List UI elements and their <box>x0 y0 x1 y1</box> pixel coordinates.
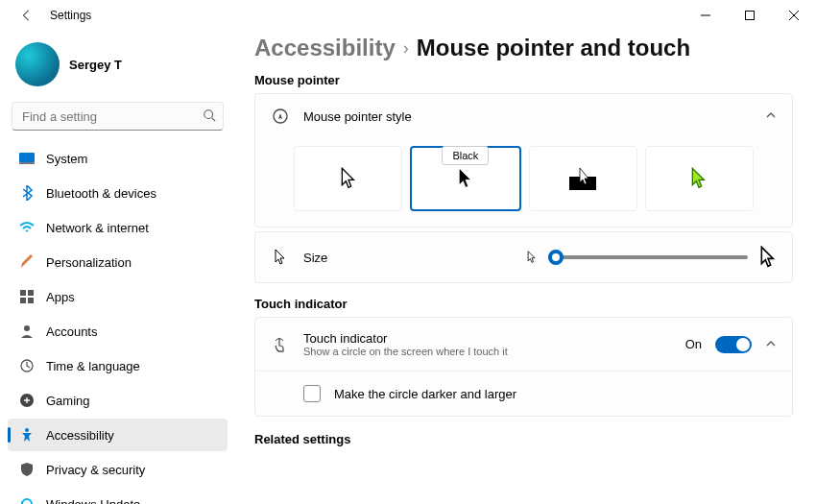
wifi-icon <box>19 220 35 235</box>
section-touch-indicator: Touch indicator <box>254 297 793 311</box>
sidebar: Sergey T System Bluetooth & devices Netw… <box>0 31 235 504</box>
mouse-pointer-style-card: Mouse pointer style Black <box>254 93 793 228</box>
svg-rect-5 <box>28 290 34 296</box>
accounts-icon <box>19 324 35 339</box>
main-content: Accessibility › Mouse pointer and touch … <box>235 31 816 504</box>
sidebar-item-accounts[interactable]: Accounts <box>8 315 228 348</box>
pointer-style-inverted[interactable] <box>529 146 637 211</box>
toggle-state: On <box>685 337 702 351</box>
brush-icon <box>19 254 35 270</box>
section-related: Related settings <box>254 432 793 446</box>
sidebar-item-label: Windows Update <box>46 497 140 505</box>
apps-icon <box>19 289 35 304</box>
pointer-style-options: Black <box>255 138 792 227</box>
chevron-right-icon: › <box>403 38 409 59</box>
pointer-style-icon <box>271 108 290 125</box>
touch-indicator-header[interactable]: Touch indicator Show a circle on the scr… <box>255 318 792 372</box>
sidebar-item-system[interactable]: System <box>8 142 228 175</box>
bluetooth-icon <box>19 185 35 201</box>
window-controls <box>684 0 816 31</box>
window-title: Settings <box>42 9 684 22</box>
gaming-icon <box>19 393 35 408</box>
sidebar-item-network[interactable]: Network & internet <box>8 211 228 244</box>
pointer-size-row: Size <box>255 232 792 282</box>
sidebar-item-accessibility[interactable]: Accessibility <box>8 419 228 451</box>
svg-point-1 <box>204 110 213 119</box>
tooltip: Black <box>442 146 489 165</box>
sidebar-item-label: Accounts <box>46 324 97 339</box>
sidebar-item-label: Gaming <box>46 394 90 408</box>
update-icon <box>19 496 35 504</box>
back-button[interactable] <box>12 9 42 22</box>
username: Sergey T <box>69 58 122 72</box>
pointer-size-card: Size <box>254 231 793 283</box>
sidebar-item-time[interactable]: Time & language <box>8 349 228 382</box>
small-cursor-icon <box>527 251 537 264</box>
clock-icon <box>19 358 35 373</box>
shield-icon <box>19 462 35 477</box>
sidebar-item-gaming[interactable]: Gaming <box>8 384 228 417</box>
size-label: Size <box>303 251 514 265</box>
touch-card-sub: Show a circle on the screen where I touc… <box>303 346 672 357</box>
pointer-size-icon <box>271 249 290 266</box>
svg-point-11 <box>25 428 29 432</box>
search-icon <box>203 108 216 126</box>
sidebar-item-label: System <box>46 152 87 166</box>
svg-rect-0 <box>746 12 755 20</box>
system-icon <box>19 151 35 166</box>
svg-rect-4 <box>20 290 26 296</box>
pointer-style-custom[interactable] <box>645 146 754 211</box>
svg-rect-3 <box>19 162 35 164</box>
user-block[interactable]: Sergey T <box>8 38 228 102</box>
size-slider-block <box>527 246 777 269</box>
svg-rect-2 <box>19 153 35 162</box>
svg-rect-6 <box>20 298 26 303</box>
accessibility-icon <box>19 427 35 443</box>
sidebar-item-label: Bluetooth & devices <box>46 186 156 201</box>
sidebar-item-bluetooth[interactable]: Bluetooth & devices <box>8 177 228 209</box>
sidebar-item-apps[interactable]: Apps <box>8 280 228 313</box>
breadcrumb: Accessibility › Mouse pointer and touch <box>254 35 793 61</box>
size-slider[interactable] <box>548 255 748 259</box>
sidebar-item-label: Apps <box>46 290 75 304</box>
sidebar-item-privacy[interactable]: Privacy & security <box>8 453 228 486</box>
touch-card-title: Touch indicator <box>303 331 672 346</box>
mouse-pointer-style-header[interactable]: Mouse pointer style <box>255 94 792 138</box>
titlebar: Settings <box>0 0 816 31</box>
section-mouse-pointer: Mouse pointer <box>254 73 793 87</box>
sidebar-item-label: Time & language <box>46 359 140 373</box>
close-button[interactable] <box>772 0 816 31</box>
sidebar-item-label: Network & internet <box>46 221 149 235</box>
avatar <box>15 42 60 86</box>
sidebar-item-label: Accessibility <box>46 428 114 443</box>
touch-icon <box>271 336 290 353</box>
pointer-style-white[interactable] <box>294 146 402 211</box>
slider-thumb[interactable] <box>548 250 564 265</box>
touch-darker-row[interactable]: Make the circle darker and larger <box>255 372 792 416</box>
nav-list: System Bluetooth & devices Network & int… <box>8 142 228 504</box>
darker-checkbox[interactable] <box>303 385 321 402</box>
sidebar-item-update[interactable]: Windows Update <box>8 488 228 504</box>
svg-point-8 <box>24 325 30 331</box>
touch-indicator-card: Touch indicator Show a circle on the scr… <box>254 317 793 417</box>
chevron-up-icon <box>765 108 777 125</box>
card-title: Mouse pointer style <box>303 109 752 124</box>
sidebar-item-label: Personalization <box>46 255 132 270</box>
pointer-style-black[interactable]: Black <box>410 146 520 211</box>
darker-label: Make the circle darker and larger <box>334 387 777 401</box>
svg-rect-7 <box>28 298 34 303</box>
page-title: Mouse pointer and touch <box>417 35 690 61</box>
minimize-button[interactable] <box>684 0 728 31</box>
chevron-up-icon <box>765 336 777 353</box>
sidebar-item-personalization[interactable]: Personalization <box>8 246 228 278</box>
touch-toggle[interactable] <box>715 336 752 353</box>
search-box <box>12 102 224 131</box>
breadcrumb-parent[interactable]: Accessibility <box>254 35 396 61</box>
sidebar-item-label: Privacy & security <box>46 463 145 477</box>
search-input[interactable] <box>12 102 224 131</box>
maximize-button[interactable] <box>728 0 772 31</box>
large-cursor-icon <box>759 246 777 269</box>
